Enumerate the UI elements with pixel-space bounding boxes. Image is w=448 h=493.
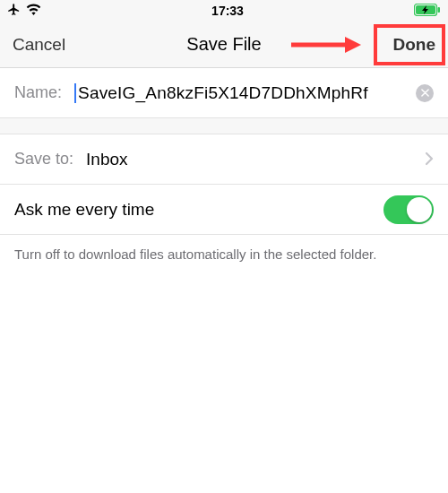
chevron-right-icon [425, 148, 434, 171]
svg-rect-2 [438, 7, 441, 13]
name-row[interactable]: Name: SaveIG_An8kzFi5X14D7DDhXMphRf [0, 68, 448, 118]
clear-text-button[interactable] [416, 84, 434, 102]
status-time: 17:33 [211, 4, 244, 18]
name-label: Name: [14, 83, 62, 102]
annotation-arrow-icon [291, 35, 361, 55]
name-input[interactable]: SaveIG_An8kzFi5X14D7DDhXMphRf [74, 83, 410, 103]
save-to-row[interactable]: Save to: Inbox [0, 134, 448, 185]
status-bar: 17:33 [0, 0, 448, 22]
close-icon [421, 89, 429, 97]
nav-bar: Cancel Save File Done [0, 22, 448, 68]
save-to-value: Inbox [86, 150, 418, 169]
wifi-icon [26, 4, 41, 18]
section-gap [0, 118, 448, 134]
done-button[interactable]: Done [393, 35, 436, 55]
cancel-button[interactable]: Cancel [13, 35, 65, 55]
save-to-label: Save to: [14, 150, 73, 169]
helper-text: Turn off to download files automatically… [0, 235, 448, 264]
page-title: Save File [186, 34, 261, 55]
ask-every-time-label: Ask me every time [14, 200, 371, 220]
airplane-mode-icon [7, 3, 21, 19]
ask-every-time-row: Ask me every time [0, 185, 448, 235]
battery-charging-icon [414, 4, 441, 19]
ask-every-time-toggle[interactable] [383, 195, 434, 224]
